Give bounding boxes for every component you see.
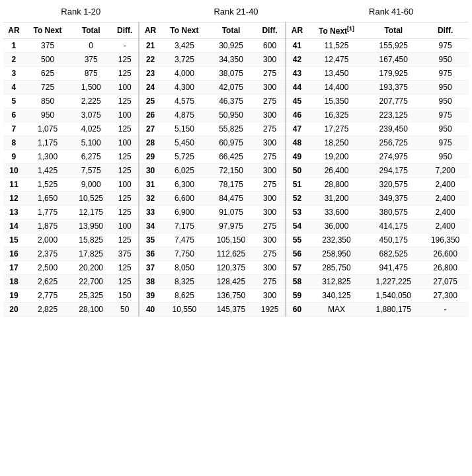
table-cell: 320,575 — [365, 178, 422, 192]
table-cell: 3,725 — [161, 53, 208, 67]
table-cell: 19 — [3, 289, 24, 303]
table-cell: 5 — [3, 95, 24, 108]
table-cell: 6,600 — [161, 192, 208, 206]
table-cell: 41 — [286, 39, 307, 53]
table-cell: 50,950 — [208, 108, 255, 122]
col-ar-1: AR — [3, 22, 24, 39]
rank-headers: Rank 1-20 Rank 21-40 Rank 41-60 — [3, 7, 469, 17]
table-cell: 33,600 — [308, 206, 366, 219]
table-cell: 30 — [139, 164, 161, 178]
table-cell: 258,950 — [308, 247, 366, 261]
table-cell: 48 — [286, 136, 307, 150]
table-cell: 1,875 — [24, 219, 71, 233]
table-cell: 26,800 — [422, 261, 469, 275]
table-cell: 10,550 — [161, 303, 208, 317]
table-cell: 84,475 — [208, 192, 255, 206]
table-cell: 25 — [139, 95, 161, 108]
table-cell: 950 — [24, 108, 71, 122]
table-cell: 274,975 — [365, 150, 422, 164]
table-cell: 950 — [422, 53, 469, 67]
table-cell: 414,175 — [365, 219, 422, 233]
table-cell: 112,625 — [208, 247, 255, 261]
table-cell: 125 — [111, 150, 139, 164]
table-cell: 125 — [111, 233, 139, 247]
table-cell: 2,825 — [24, 303, 71, 317]
table-cell: 18 — [3, 275, 24, 289]
table-cell: 51 — [286, 178, 307, 192]
table-cell: 125 — [111, 164, 139, 178]
table-cell: 6,900 — [161, 206, 208, 219]
table-cell: 11,525 — [308, 39, 366, 53]
table-cell: 125 — [111, 192, 139, 206]
table-cell: - — [422, 303, 469, 317]
table-cell: 6,275 — [71, 150, 111, 164]
table-cell: 128,425 — [208, 275, 255, 289]
table-row: 192,77525,325150398,625136,75030059340,1… — [3, 289, 469, 303]
table-cell: 500 — [24, 53, 71, 67]
table-cell: 155,925 — [365, 39, 422, 53]
table-cell: 275 — [255, 67, 286, 81]
table-cell: 975 — [422, 108, 469, 122]
table-cell: 8 — [3, 136, 24, 150]
table-cell: 59 — [286, 289, 307, 303]
table-cell: 167,450 — [365, 53, 422, 67]
table-cell: 18,250 — [308, 136, 366, 150]
table-cell: 2 — [3, 53, 24, 67]
table-cell: 15,350 — [308, 95, 366, 108]
table-cell: 1,227,225 — [365, 275, 422, 289]
table-cell: 125 — [111, 95, 139, 108]
rank-table: AR To Next Total Diff. AR To Next Total … — [3, 22, 469, 317]
table-cell: 196,350 — [422, 233, 469, 247]
table-cell: 1,075 — [24, 122, 71, 136]
table-cell: 22,700 — [71, 275, 111, 289]
table-cell: 9,000 — [71, 178, 111, 192]
table-cell: 10 — [3, 164, 24, 178]
table-cell: 207,775 — [365, 95, 422, 108]
table-cell: 3,425 — [161, 39, 208, 53]
table-cell: 125 — [111, 206, 139, 219]
table-cell: 5,100 — [71, 136, 111, 150]
table-cell: 30,925 — [208, 39, 255, 53]
table-cell: 26,600 — [422, 247, 469, 261]
page-wrapper: Rank 1-20 Rank 21-40 Rank 41-60 AR To Ne… — [0, 0, 472, 323]
table-cell: 2,625 — [24, 275, 71, 289]
table-cell: 26,400 — [308, 164, 366, 178]
table-cell: 32 — [139, 192, 161, 206]
table-cell: 7,475 — [161, 233, 208, 247]
table-cell: 4,000 — [161, 67, 208, 81]
table-cell: 53 — [286, 206, 307, 219]
table-cell: 34 — [139, 219, 161, 233]
table-cell: 682,525 — [365, 247, 422, 261]
table-row: 2500375125223,72534,3503004212,475167,45… — [3, 53, 469, 67]
table-row: 121,65010,525125326,60084,4753005231,200… — [3, 192, 469, 206]
table-cell: 22 — [139, 53, 161, 67]
table-cell: 1,880,175 — [365, 303, 422, 317]
table-cell: 47 — [286, 122, 307, 136]
table-cell: 975 — [422, 136, 469, 150]
table-cell: 232,350 — [308, 233, 366, 247]
table-cell: 300 — [255, 164, 286, 178]
table-cell: 42,075 — [208, 81, 255, 95]
table-cell: 179,925 — [365, 67, 422, 81]
table-cell: 3,075 — [71, 108, 111, 122]
table-cell: 54 — [286, 219, 307, 233]
table-cell: 60 — [286, 303, 307, 317]
table-cell: 24 — [139, 81, 161, 95]
col-diff-1: Diff. — [111, 22, 139, 39]
table-row: 152,00015,825125357,475105,15030055232,3… — [3, 233, 469, 247]
table-cell: 6,025 — [161, 164, 208, 178]
table-cell: 275 — [255, 275, 286, 289]
table-cell: 13 — [3, 206, 24, 219]
table-cell: 29 — [139, 150, 161, 164]
table-cell: 19,200 — [308, 150, 366, 164]
table-cell: 4,575 — [161, 95, 208, 108]
table-row: 3625875125234,00038,0752754313,450179,92… — [3, 67, 469, 81]
table-cell: 12,175 — [71, 206, 111, 219]
table-cell: 7,575 — [71, 164, 111, 178]
table-cell: 275 — [255, 219, 286, 233]
table-cell: 91,075 — [208, 206, 255, 219]
col-tonext-1: To Next — [24, 22, 71, 39]
table-cell: 55,825 — [208, 122, 255, 136]
table-row: 47251,500100244,30042,0753004414,400193,… — [3, 81, 469, 95]
col-diff-3: Diff. — [422, 22, 469, 39]
